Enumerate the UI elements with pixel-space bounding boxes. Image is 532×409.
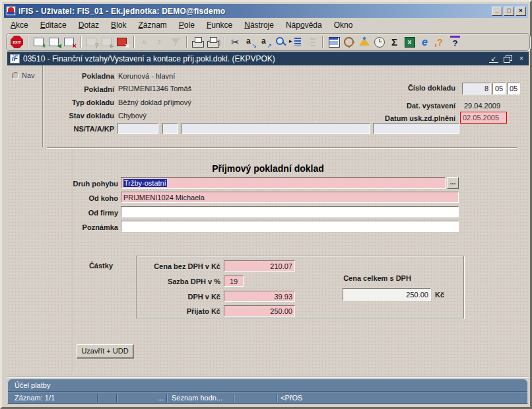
cut-icon[interactable] <box>228 34 243 50</box>
ta-field[interactable] <box>162 123 178 134</box>
menu-zaznam[interactable]: Záznam <box>132 19 172 32</box>
menu-bar: Akce Editace Dotaz Blok Záznam Pole Funk… <box>5 19 527 32</box>
sazba-dph-label: Sazba DPH v % <box>137 278 220 285</box>
close-icon[interactable]: × <box>515 7 526 16</box>
prijato-label: Přijato Kč <box>137 307 220 315</box>
status-cell-row: Záznam: 1/1 ... Seznam hodn... <PřOS <box>8 392 527 403</box>
status-dots: ... <box>119 394 164 402</box>
document-heading: Příjmový pokladní doklad <box>7 163 529 174</box>
datum-usk-label: Datum usk.zd.plnění <box>337 114 455 122</box>
help-icon[interactable] <box>448 34 463 50</box>
form-minimize-icon[interactable]: ↙ <box>489 54 498 63</box>
menu-editace[interactable]: Editace <box>34 19 73 32</box>
druh-pohybu-lov-button[interactable]: ... <box>447 177 459 189</box>
form-close-icon[interactable]: × <box>517 54 526 63</box>
web-browser-icon[interactable] <box>417 34 432 50</box>
pokladni-value: PRIJMENI1346 Tomáš <box>118 85 191 93</box>
currency-label: Kč <box>435 291 455 299</box>
context-help-icon[interactable] <box>432 34 448 50</box>
cislo-rok-field[interactable]: 05 <box>507 83 520 94</box>
enter-query-icon: ? <box>84 34 100 50</box>
copy-icon[interactable] <box>243 34 258 50</box>
status-divider <box>116 394 117 402</box>
form-restore-icon[interactable] <box>503 54 512 63</box>
toolbar-separator <box>133 36 134 48</box>
dat-vystaveni-value: 29.04.2009 <box>464 102 500 110</box>
paste-icon[interactable] <box>258 34 273 50</box>
pokladna-value: Korunová - hlavní <box>118 72 175 80</box>
status-divider <box>97 394 98 402</box>
cena-bez-dph-field[interactable]: 210.07 <box>224 260 295 272</box>
status-divider <box>166 394 167 402</box>
navigation-helm-icon[interactable] <box>341 34 356 50</box>
amounts-box: Cena bez DPH v Kč 210.07 Sazba DPH v % 1… <box>136 256 464 318</box>
cislo-dokladu-field[interactable]: 8 <box>462 83 491 94</box>
menu-napoveda[interactable]: Nápověda <box>280 19 328 32</box>
print-icon[interactable] <box>190 34 205 50</box>
cancel-query-icon[interactable]: × <box>115 34 130 50</box>
kp-field[interactable] <box>373 123 459 134</box>
druh-pohybu-label: Druh pohybu <box>7 180 118 188</box>
sazba-dph-field[interactable]: 19 <box>224 276 244 287</box>
toolbar-separator <box>224 36 224 48</box>
ns-field[interactable] <box>117 123 158 134</box>
toolbar-separator <box>186 36 187 48</box>
druh-pohybu-selected-text: Tržby-ostatní <box>123 179 167 187</box>
cena-celkem-label: Cena celkem s DPH <box>329 274 425 282</box>
menu-nastroje[interactable]: Nástroje <box>238 19 280 32</box>
print-all-icon[interactable] <box>205 34 220 50</box>
pokladna-label: Pokladna <box>7 72 114 80</box>
minimize-icon[interactable]: _ <box>492 7 502 16</box>
clock-icon[interactable] <box>372 34 387 50</box>
stav-dokladu-label: Stav dokladu <box>7 112 114 120</box>
detail-view-icon[interactable] <box>326 34 341 50</box>
menu-pole[interactable]: Pole <box>173 19 201 32</box>
poznamka-label: Poznámka <box>7 223 118 231</box>
cena-bez-dph-label: Cena bez DPH v Kč <box>137 262 220 270</box>
prijato-field[interactable]: 250.00 <box>224 305 295 316</box>
ns-ta-a-kp-label: NS/TA/A/KP <box>7 125 114 133</box>
uzavrit-udd-button[interactable]: Uzavřít + UDD <box>77 344 133 358</box>
cislo-rada-field[interactable]: 05 <box>492 83 506 94</box>
insert-record-icon[interactable]: + <box>32 34 47 50</box>
app-icon <box>6 6 16 16</box>
section-divider <box>47 147 517 149</box>
od-koho-field[interactable]: PRIJMENI1024 Michaela <box>121 192 459 203</box>
menu-blok[interactable]: Blok <box>105 19 132 32</box>
typ-dokladu-value: Běžný doklad příjmový <box>118 98 191 106</box>
list-of-values-icon[interactable] <box>288 34 304 50</box>
status-bar: Účel platby Záznam: 1/1 ... Seznam hodn.… <box>7 379 528 404</box>
menu-akce[interactable]: Akce <box>5 19 34 32</box>
dph-field[interactable]: 39.93 <box>224 291 295 302</box>
toolbar-separator <box>322 36 323 48</box>
stav-dokladu-value: Chybový <box>118 112 147 120</box>
status-pros: <PřOS <box>281 394 302 402</box>
delete-record-icon[interactable]: × <box>62 34 77 50</box>
pyramid-icon[interactable] <box>356 34 372 50</box>
datum-usk-field[interactable]: 02.05.2005 <box>460 112 507 124</box>
menu-funkce[interactable]: Funkce <box>201 19 238 32</box>
od-firmy-field[interactable] <box>121 206 459 217</box>
castky-label: Částky <box>7 262 113 270</box>
maximize-icon[interactable]: □ <box>504 7 514 16</box>
copy-record-icon[interactable]: ◀ <box>47 34 62 50</box>
window-titlebar[interactable]: iFIS - Uživatel: FIS_01 - Ek.jednotka: D… <box>4 4 528 18</box>
form-canvas: Nav Pokladna Korunová - hlavní Pokladní … <box>7 65 529 377</box>
od-koho-label: Od koho <box>7 194 118 202</box>
menu-okno[interactable]: Okno <box>328 19 359 32</box>
application-window: iFIS - Uživatel: FIS_01 - Ek.jednotka: D… <box>0 0 532 409</box>
status-list-of-values: Seznam hodn... <box>172 394 222 402</box>
search-icon[interactable] <box>273 34 288 50</box>
druh-pohybu-field[interactable]: Tržby-ostatní <box>121 177 446 189</box>
poznamka-field[interactable] <box>121 221 459 232</box>
akce-field[interactable] <box>182 123 370 134</box>
sort-ascending-icon <box>137 34 152 50</box>
menu-dotaz[interactable]: Dotaz <box>73 19 105 32</box>
excel-export-icon[interactable] <box>402 34 417 50</box>
form-window-titlebar[interactable]: iF 03510 - Finanční vztahy/Vystavení a k… <box>7 52 529 65</box>
exit-icon[interactable] <box>9 34 24 50</box>
sum-icon[interactable] <box>387 34 402 50</box>
sort-descending-icon <box>152 34 168 50</box>
od-firmy-label: Od firmy <box>7 209 118 217</box>
form-window-title: 03510 - Finanční vztahy/Vystavení a kont… <box>23 54 275 63</box>
